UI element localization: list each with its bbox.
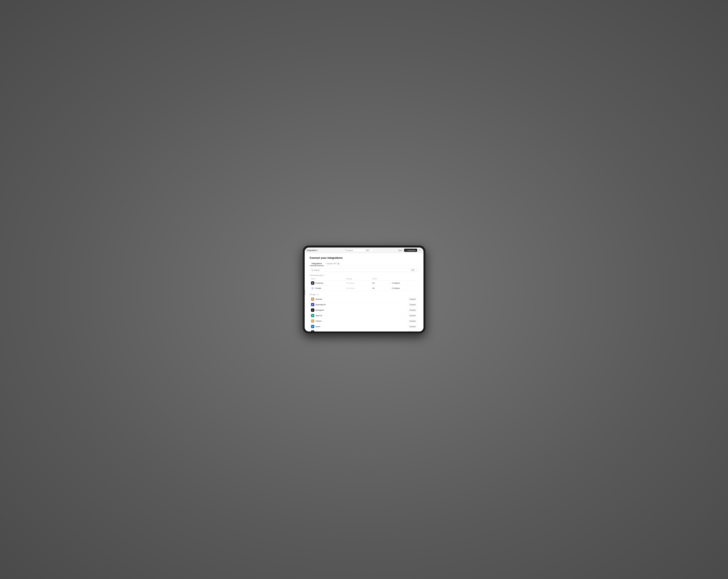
deepgram-name: Deepgram <box>316 309 324 311</box>
list-item: D Deepgram Connect <box>310 307 418 313</box>
list-item: C Cohere Connect <box>310 319 418 324</box>
google-name: Google <box>315 287 321 289</box>
google-icon: G <box>311 286 314 290</box>
list-item: A Assembly AI Connect <box>310 302 418 307</box>
top-bar-actions: Sync + Integration + <box>398 249 421 252</box>
antropic-icon: AI <box>311 298 314 301</box>
inner-search-close[interactable]: × <box>416 269 417 271</box>
integration-label: Integration <box>407 249 416 251</box>
openai-name: Open AI <box>316 314 322 317</box>
assembly-icon: A <box>311 303 314 306</box>
antropic-connect-btn[interactable]: Connect <box>408 298 417 301</box>
col-name: Name <box>310 277 345 280</box>
azure-connect-btn[interactable]: Connect <box>408 325 417 328</box>
tablet-screen: Integrations ▾ 🔍 ⌘ K × Sync + <box>305 248 423 331</box>
amazon-connect-btn[interactable]: Connect <box>408 331 417 332</box>
table-row: M Perplexity Not sharing Me + Configure <box>310 280 418 286</box>
openai-connect-btn[interactable]: Connect <box>408 314 417 317</box>
list-item: Az Azure Connect <box>310 324 418 329</box>
amazon-row-left: B Amazon <box>311 330 322 331</box>
cohere-icon: C <box>311 319 314 323</box>
all-apps-label: All apps <box>310 294 316 296</box>
kbd-shortcut: ⌘ K <box>366 249 369 251</box>
table-row: G Google Not sharing Me + Configure <box>310 286 418 291</box>
top-search-close[interactable]: × <box>370 249 371 251</box>
add-icon-plus: + <box>419 249 420 251</box>
perplexity-plus-btn[interactable]: + <box>390 282 391 284</box>
tab-custom-api-label: Custom API <box>326 262 336 265</box>
antropic-row-left: AI Antropic <box>311 298 322 301</box>
perplexity-owner: Me <box>371 280 388 286</box>
connected-apps-table: Name Sharing Owner M Perplexity Not shar… <box>310 277 418 291</box>
openai-row-left: ⊕ Open AI <box>311 314 322 317</box>
cohere-row-left: C Cohere <box>311 319 321 323</box>
main-content: Connect your integrations Integrations C… <box>305 253 423 331</box>
google-owner: Me <box>371 286 388 291</box>
top-search-bar[interactable]: 🔍 ⌘ K × <box>343 249 373 252</box>
inner-search-bar[interactable]: 🔍 ⌘ K × <box>310 268 418 272</box>
assembly-connect-btn[interactable]: Connect <box>408 303 417 306</box>
perplexity-name: Perplexity <box>315 282 323 284</box>
cohere-connect-btn[interactable]: Connect <box>408 320 417 323</box>
integration-button[interactable]: + Integration <box>404 249 417 252</box>
openai-icon: ⊕ <box>311 314 314 317</box>
side-toggle[interactable] <box>305 290 306 295</box>
all-apps-list: AI Antropic Connect A Assembly AI Connec… <box>310 297 418 331</box>
amazon-name: Amazon <box>316 331 322 331</box>
deepgram-icon: D <box>311 308 314 312</box>
page-title: Connect your integrations <box>310 256 418 259</box>
perplexity-configure-btn[interactable]: Configure <box>392 282 400 284</box>
col-owner: Owner <box>371 277 388 280</box>
top-search-input[interactable] <box>347 249 365 251</box>
tab-custom-api[interactable]: Custom API 2 <box>324 261 342 266</box>
col-sharing: Sharing <box>345 277 371 280</box>
connected-count: 2 <box>324 274 325 276</box>
list-item: ⊕ Open AI Connect <box>310 313 418 319</box>
add-icon-button[interactable]: + <box>418 249 421 252</box>
inner-kbd-shortcut: ⌘ K <box>411 269 415 271</box>
connected-section-header: Connected apps 2 <box>310 274 418 276</box>
app-title-area[interactable]: Integrations ▾ <box>307 249 319 251</box>
app-title: Integrations <box>307 249 317 251</box>
perplexity-icon: M <box>311 281 314 285</box>
assembly-name: Assembly AI <box>316 304 326 306</box>
top-search-icon: 🔍 <box>345 249 347 251</box>
google-configure-btn[interactable]: Configure <box>392 287 400 289</box>
sync-button[interactable]: Sync <box>398 249 403 252</box>
list-item: B Amazon Connect <box>310 329 418 331</box>
tab-integrations-label: Integrations <box>312 262 322 265</box>
azure-icon: Az <box>311 325 314 328</box>
antropic-name: Antropic <box>316 298 322 300</box>
app-name-cell: G Google <box>310 286 345 291</box>
inner-search-icon: 🔍 <box>311 269 313 271</box>
all-apps-count: 76 <box>317 294 319 296</box>
tab-integrations[interactable]: Integrations <box>310 261 324 266</box>
assembly-row-left: A Assembly AI <box>311 303 326 306</box>
list-item: AI Antropic Connect <box>310 297 418 302</box>
app-name-cell: M Perplexity <box>310 280 345 286</box>
connected-label: Connected apps <box>310 274 323 276</box>
top-bar: Integrations ▾ 🔍 ⌘ K × Sync + <box>305 248 423 253</box>
amazon-icon: B <box>311 330 314 331</box>
cohere-name: Cohere <box>316 320 321 322</box>
google-plus-btn[interactable]: + <box>390 287 391 290</box>
tablet-frame: Integrations ▾ 🔍 ⌘ K × Sync + <box>303 246 425 333</box>
inner-search-input[interactable] <box>314 269 410 271</box>
azure-name: Azure <box>316 326 320 328</box>
deepgram-row-left: D Deepgram <box>311 308 324 312</box>
col-action <box>388 277 418 280</box>
google-sharing: Not sharing <box>345 286 371 291</box>
integration-plus-icon: + <box>406 249 407 251</box>
google-action-cell: + Configure <box>388 286 418 291</box>
tab-custom-api-badge: 2 <box>337 262 340 265</box>
perplexity-action-cell: + Configure <box>388 280 418 286</box>
top-search-area: 🔍 ⌘ K × <box>318 249 398 252</box>
perplexity-sharing: Not sharing <box>345 280 371 286</box>
tabs-container: Integrations Custom API 2 <box>310 261 418 266</box>
deepgram-connect-btn[interactable]: Connect <box>408 309 417 311</box>
azure-row-left: Az Azure <box>311 325 320 328</box>
all-apps-section-header: All apps 76 <box>310 294 418 296</box>
